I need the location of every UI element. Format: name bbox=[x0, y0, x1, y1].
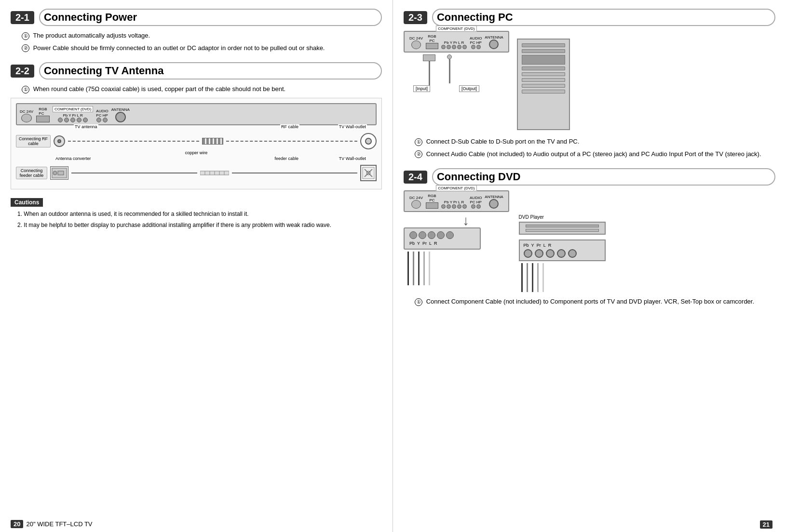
pc-slot-3 bbox=[522, 66, 565, 70]
copper-wire-label: copper wire bbox=[16, 150, 377, 155]
audio-cable-line bbox=[449, 59, 450, 83]
section-2-2-item-1: ① When round cable (75Ω coaxial cable) i… bbox=[13, 84, 382, 94]
circle-1-22: ① bbox=[22, 86, 29, 93]
connecting-feeder-label: Connectingfeeder cable bbox=[16, 167, 47, 179]
section-2-1: 2-1 Connecting Power ① The product autom… bbox=[11, 9, 382, 53]
audio-group: AUDIOPC HP bbox=[96, 109, 108, 122]
cautions-box: Cautions 1. When an outdoor antenna is u… bbox=[11, 198, 382, 229]
section-2-1-items: ① The product automatically adjusts volt… bbox=[11, 31, 382, 53]
section-2-4-items: ① Connect Component Cable (not included)… bbox=[404, 297, 775, 306]
tv-back-panel-22: DC 24V RGBPC COMPONENT (DVD) Pb Y bbox=[16, 103, 377, 125]
footer-right: 21 bbox=[760, 521, 775, 528]
page: 2-1 Connecting Power ① The product autom… bbox=[0, 0, 786, 532]
tv-panel-24: COMPONENT (DVD) DC 24V RGBPC bbox=[404, 190, 509, 212]
rf-cable-visual bbox=[202, 138, 223, 145]
section-2-2-header: 2-2 Connecting TV Antenna bbox=[11, 62, 382, 80]
caution-1: 1. When an outdoor antenna is used, it i… bbox=[11, 210, 382, 218]
tv-wall-outlet-label-2: TV Wall-outlet bbox=[338, 156, 367, 161]
svg-rect-2 bbox=[58, 171, 64, 175]
left-footer-text: 20" WIDE TFT–LCD TV bbox=[26, 520, 92, 528]
dvd-cables-up bbox=[521, 263, 544, 292]
component-output-panel: Pb Y Pr L R bbox=[404, 227, 481, 250]
left-page-num: 20 bbox=[11, 520, 23, 528]
pc-slot-2 bbox=[522, 49, 565, 53]
right-page-num: 21 bbox=[760, 520, 772, 529]
section-2-4-header: 2-4 Connecting DVD bbox=[404, 168, 775, 186]
section-2-3-items: ① Connect D-Sub Cable to D-Sub port on t… bbox=[404, 137, 775, 159]
section-2-2-panel-diagram: DC 24V RGBPC COMPONENT (DVD) Pb Y bbox=[11, 98, 382, 189]
solid-line-2 bbox=[232, 173, 358, 173]
footer-left: 20 20" WIDE TFT–LCD TV bbox=[11, 520, 93, 528]
solid-line-1 bbox=[71, 173, 197, 173]
converter-icon bbox=[51, 167, 68, 179]
component-port-circles bbox=[58, 118, 88, 122]
component-badge: COMPONENT (DVD) bbox=[53, 106, 93, 112]
section-2-1-num: 2-1 bbox=[11, 11, 34, 24]
pc-slot-7 bbox=[522, 90, 565, 93]
cable-line-1 bbox=[429, 61, 430, 85]
section-2-2-num: 2-2 bbox=[11, 65, 34, 78]
dashed-line-2 bbox=[226, 141, 357, 142]
antenna-group: ANTENNA bbox=[111, 107, 130, 122]
component-ports: Pb Y Pr L R bbox=[63, 113, 82, 118]
connecting-rf-label: Connecting RFcable bbox=[16, 135, 51, 147]
cautions-title: Cautions bbox=[11, 198, 43, 207]
component-badge-23: COMPONENT (DVD) bbox=[436, 26, 476, 32]
section-2-3: 2-3 Connecting PC COMPONENT (DVD) DC 24V bbox=[404, 9, 775, 159]
rf-cable-row: TV antenna RF cable TV Wall-outlet Conne… bbox=[16, 133, 377, 155]
feeder-cable-visual bbox=[200, 169, 229, 177]
section-2-3-item-1: ① Connect D-Sub Cable to D-Sub port on t… bbox=[406, 137, 775, 146]
pc-drive bbox=[522, 55, 565, 65]
feeder-cable-label: feeder cable bbox=[273, 156, 299, 161]
converter-box bbox=[50, 166, 68, 180]
section-2-3-num: 2-3 bbox=[404, 11, 427, 24]
component-cables-down bbox=[407, 252, 509, 285]
tv-antenna-label: TV antenna bbox=[74, 124, 98, 129]
rf-cable-diagram-row: Connecting RFcable bbox=[16, 133, 377, 149]
section-2-1-item-2: ② Power Cable should be firmly connected… bbox=[13, 43, 382, 53]
dvd-player-box bbox=[519, 222, 606, 235]
section-2-1-title: Connecting Power bbox=[39, 9, 382, 26]
io-labels: [Input] [Output] bbox=[413, 85, 479, 92]
dashed-line-1 bbox=[68, 141, 199, 142]
dvd-ports-panel: Pb Y Pr L R bbox=[519, 239, 606, 261]
pc-tower bbox=[517, 39, 570, 130]
tv-wall-outlet-label-1: TV Wall-outlet bbox=[338, 124, 367, 129]
section-2-4: 2-4 Connecting DVD COMPONENT (DVD) DC 24… bbox=[404, 168, 775, 306]
wall-outlet-2 bbox=[360, 165, 377, 181]
rf-cable-label: RF cable bbox=[280, 124, 299, 129]
audio-jack-tv bbox=[447, 54, 452, 59]
tv-panel-23: COMPONENT (DVD) DC 24V RGBPC bbox=[404, 31, 509, 53]
dvd-diagram: COMPONENT (DVD) DC 24V RGBPC bbox=[404, 190, 775, 292]
section-2-3-item-2: ② Connect Audio Cable (not included) to … bbox=[406, 149, 775, 159]
pc-slot-6 bbox=[522, 84, 565, 88]
component-badge-24: COMPONENT (DVD) bbox=[436, 185, 476, 191]
caution-2: 2. It may be helpful to better display t… bbox=[11, 221, 382, 229]
section-2-3-header: 2-3 Connecting PC bbox=[404, 9, 775, 26]
feeder-cable-row: Antenna converter feeder cable TV Wall-o… bbox=[16, 165, 377, 181]
dvd-player-side: DVD Player Pb Y Pr L R bbox=[519, 214, 606, 292]
dsub-cable-down bbox=[423, 54, 435, 85]
rgb-pc-group: RGBPC bbox=[36, 107, 50, 122]
section-2-4-item-1: ① Connect Component Cable (not included)… bbox=[406, 297, 775, 306]
pc-slot-1 bbox=[522, 43, 565, 47]
pc-diagram: COMPONENT (DVD) DC 24V RGBPC bbox=[404, 31, 775, 130]
antenna-icon bbox=[54, 135, 65, 147]
arrow-down-24: ↓ bbox=[423, 214, 509, 227]
dvd-port-circles bbox=[524, 249, 601, 258]
dvd-port-labels: Pb Y Pr L R bbox=[524, 243, 601, 248]
input-label: [Input] bbox=[413, 85, 430, 92]
component-out-labels: Pb Y Pr L R bbox=[409, 241, 475, 246]
pc-slot-5 bbox=[522, 78, 565, 82]
feeder-cable-diagram-row: Connectingfeeder cable bbox=[16, 165, 377, 181]
circle-1: ① bbox=[22, 32, 29, 40]
output-label: [Output] bbox=[459, 85, 479, 92]
section-2-4-title: Connecting DVD bbox=[432, 168, 775, 186]
cautions-list: 1. When an outdoor antenna is used, it i… bbox=[11, 210, 382, 229]
antenna-converter-label: Antenna converter bbox=[54, 156, 92, 161]
section-2-1-header: 2-1 Connecting Power bbox=[11, 9, 382, 26]
section-2-1-item-1: ① The product automatically adjusts volt… bbox=[13, 31, 382, 40]
page-wrapper: 2-1 Connecting Power ① The product autom… bbox=[0, 0, 786, 532]
section-2-3-title: Connecting PC bbox=[432, 9, 775, 26]
wall-outlet-1 bbox=[360, 133, 377, 149]
